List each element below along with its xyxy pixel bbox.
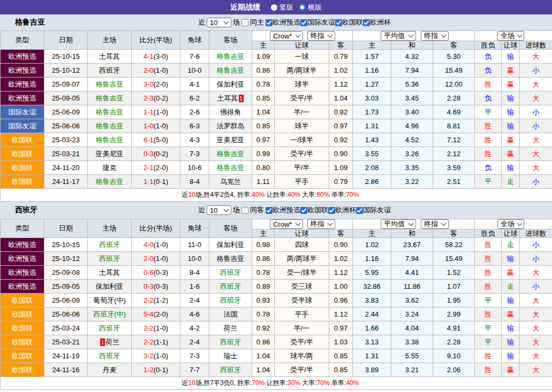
summary-part: 近	[182, 191, 188, 198]
same-venue-checkbox[interactable]	[241, 207, 248, 214]
full-match-select[interactable]: 全场	[497, 31, 524, 41]
league-checkbox-1[interactable]	[300, 19, 307, 26]
cell-away-team: 西班牙	[209, 280, 252, 294]
subcolumn-header-6: 胜负	[475, 229, 502, 238]
cell-result-0: 平	[475, 335, 502, 349]
cell-date: 25-09-08	[44, 266, 88, 280]
full-match-select[interactable]: 全场	[497, 219, 524, 229]
cell-home-team: 格鲁吉亚	[88, 78, 132, 91]
cell-home-team: 西班牙	[88, 64, 132, 78]
cell-odds-5: 15.49	[433, 64, 475, 78]
home-team-name[interactable]: 格鲁吉亚	[96, 108, 124, 116]
recent-count-select-arrow-icon	[224, 206, 229, 212]
away-team-name[interactable]: 西班牙	[220, 282, 241, 290]
cell-result-1: 输	[502, 119, 520, 133]
score-halftime: (3-0)	[154, 52, 168, 60]
home-team-name[interactable]: 格鲁吉亚	[96, 136, 124, 144]
cell-corners: 7-6	[180, 50, 209, 64]
cell-match-type: 欧洲预选	[1, 91, 44, 105]
recent-count-select[interactable]: 10	[207, 205, 231, 215]
league-checkbox-3[interactable]	[363, 19, 370, 26]
cell-odds-2: 1.04	[329, 91, 353, 105]
away-team-name[interactable]: 格鲁吉亚	[217, 52, 245, 60]
subcolumn-header-8: 进球数	[520, 229, 552, 238]
cell-odds-1: 受半球	[275, 294, 329, 308]
cell-result-1: 输	[502, 335, 520, 349]
column-header-3: 比分(半场)	[132, 31, 180, 50]
home-team-name[interactable]: 西班牙	[99, 255, 120, 263]
radio-vertical-icon[interactable]	[271, 4, 277, 11]
average-select-arrow-icon	[409, 32, 414, 37]
cell-odds-2: 0.85	[329, 363, 353, 377]
league-checkbox-2[interactable]	[335, 19, 342, 26]
cell-odds-3: 1.57	[353, 50, 391, 64]
cell-odds-5: 7.12	[433, 133, 475, 147]
subcolumn-header-4: 和	[391, 41, 433, 50]
average-select[interactable]: 平均值	[381, 31, 416, 41]
cell-home-team: 1荷兰	[88, 335, 132, 349]
home-team-name: 亚美尼亚	[96, 150, 124, 158]
cell-odds-3: 1.16	[353, 252, 391, 266]
league-checkbox-1[interactable]	[300, 207, 307, 214]
away-team-name: 乌克兰	[220, 178, 241, 186]
league-checkbox-0[interactable]	[266, 19, 273, 26]
cell-odds-4: 4.32	[391, 50, 433, 64]
cell-odds-1: 两/两球半	[275, 252, 329, 266]
league-checkbox-3[interactable]	[356, 207, 363, 214]
subcolumn-header-1: 让球	[275, 41, 329, 50]
cell-odds-1: 半/一	[275, 105, 329, 119]
away-team-name[interactable]: 格鲁吉亚	[217, 66, 245, 74]
recent-count-select[interactable]: 10	[207, 18, 231, 27]
final-odds-select-1[interactable]: 终指	[307, 31, 335, 41]
away-team-name[interactable]: 西班牙	[220, 296, 241, 304]
home-team-name[interactable]: 格鲁吉亚	[96, 122, 124, 130]
cell-home-team: 格鲁吉亚	[88, 133, 132, 147]
cell-corners: 4-6	[180, 308, 209, 321]
cell-result-2: 小	[520, 175, 552, 189]
away-team-name[interactable]: 西班牙	[220, 268, 241, 276]
cell-odds-2: 0.96	[329, 294, 353, 308]
cell-result-1: 输	[502, 105, 520, 119]
cell-odds-3: 3.83	[353, 294, 391, 308]
subcolumn-header-0: 主	[252, 41, 275, 50]
match-row: 欧洲预选25-09-05格鲁吉亚2-3(0-2)6-2土耳其10.85受平/半1…	[1, 91, 552, 105]
cell-corners: 4-3	[180, 133, 209, 147]
away-team-name[interactable]: 格鲁吉亚	[217, 150, 245, 158]
match-row: 欧国联24-11-16丹麦1-2(0-1)7-7西班牙1.04受平/半0.853…	[1, 363, 552, 377]
home-team-name[interactable]: 西班牙	[99, 241, 120, 249]
layout-option-horizontal[interactable]: 横版	[299, 3, 322, 12]
final-odds-select-2[interactable]: 终指	[421, 31, 449, 41]
score-fulltime: 0-6	[143, 268, 154, 276]
cell-odds-4: 3.26	[391, 147, 433, 161]
away-team-name[interactable]: 西班牙	[220, 338, 241, 346]
away-team-name[interactable]: 西班牙	[220, 366, 241, 374]
layout-option-vertical[interactable]: 竖版	[271, 3, 293, 12]
average-select[interactable]: 平均值	[381, 219, 416, 229]
provider-select[interactable]: Crow*	[270, 31, 303, 41]
league-checkbox-2[interactable]	[328, 207, 335, 214]
same-venue-checkbox[interactable]	[241, 19, 248, 26]
summary-part: 单率:	[330, 379, 346, 387]
provider-select[interactable]: Crow*	[270, 219, 303, 229]
home-team-name[interactable]: 西班牙(中)	[93, 310, 126, 318]
final-odds-select-2[interactable]: 终指	[421, 219, 449, 229]
section-filters: 近10场同主欧洲预选国际友谊欧国联欧洲杯	[196, 18, 391, 27]
cell-odds-4: 5.36	[391, 78, 433, 91]
cell-odds-5: 58.22	[433, 238, 475, 252]
cell-result-2: 小	[520, 238, 552, 252]
home-team-name[interactable]: 格鲁吉亚	[96, 178, 124, 186]
cell-result-0: 胜	[475, 363, 502, 377]
cell-date: 25-03-24	[44, 321, 88, 335]
away-team-name[interactable]: 格鲁吉亚	[217, 164, 245, 172]
cell-result-2: 小	[520, 105, 552, 119]
league-checkbox-0[interactable]	[266, 207, 273, 214]
home-team-name[interactable]: 西班牙	[99, 324, 120, 332]
final-odds-select-1[interactable]: 终指	[307, 219, 335, 229]
home-team-name[interactable]: 格鲁吉亚	[96, 94, 124, 102]
radio-horizontal-icon[interactable]	[299, 4, 306, 11]
scope-cell: 全场	[475, 31, 552, 41]
cell-odds-3: 5.95	[353, 266, 391, 280]
home-team-name[interactable]: 格鲁吉亚	[96, 80, 124, 88]
match-row: 欧国联25-03-21亚美尼亚0-3(0-2)7-3格鲁吉亚0.99受平/半0.…	[1, 147, 552, 161]
home-team-name[interactable]: 西班牙	[99, 352, 120, 360]
